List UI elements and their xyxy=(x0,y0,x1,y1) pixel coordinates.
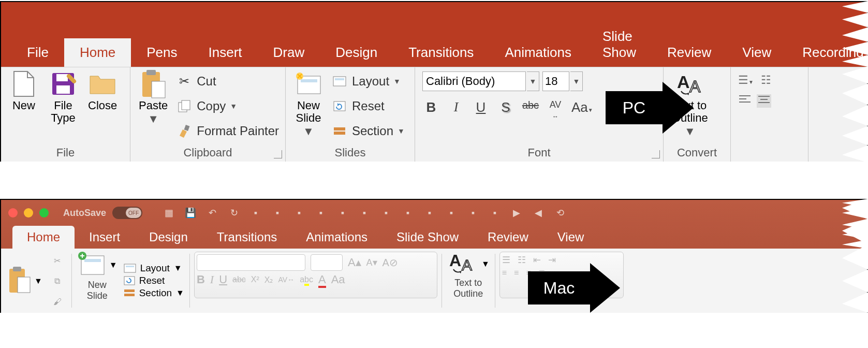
tab-transitions[interactable]: Transitions xyxy=(393,38,489,67)
tab-home[interactable]: Home xyxy=(64,38,131,67)
qat-icon[interactable]: ▪ xyxy=(313,205,329,221)
mac-paste-button[interactable] xyxy=(7,266,31,297)
tab-draw[interactable]: Draw xyxy=(258,38,320,67)
traffic-close[interactable] xyxy=(8,208,18,218)
mac-numbering[interactable]: ☷ xyxy=(518,254,526,266)
mac-tab-animations[interactable]: Animations xyxy=(291,226,382,249)
bullets-button[interactable]: ☰▼ xyxy=(738,74,754,87)
qat-icon[interactable]: ▪ xyxy=(487,205,503,221)
tab-design[interactable]: Design xyxy=(320,38,393,67)
shadow-button[interactable]: S xyxy=(497,99,514,117)
qat-icon[interactable]: ▪ xyxy=(291,205,307,221)
paste-button[interactable]: Paste ▼ xyxy=(134,69,173,125)
close-file-button[interactable]: Close xyxy=(83,69,122,112)
qat-icon[interactable]: ▶ xyxy=(509,205,524,221)
qat-icon[interactable]: ▪ xyxy=(335,205,350,221)
tab-review[interactable]: Review xyxy=(652,38,727,67)
tab-view[interactable]: View xyxy=(727,38,787,67)
qat-icon[interactable]: ◀ xyxy=(531,205,546,221)
mac-align-c[interactable]: ≡ xyxy=(514,268,519,278)
mac-tab-design[interactable]: Design xyxy=(135,226,202,249)
mac-clear-format-icon[interactable]: A⊘ xyxy=(382,256,398,269)
qat-home-icon[interactable]: ▦ xyxy=(161,205,176,221)
qat-icon[interactable]: ▪ xyxy=(248,205,263,221)
mac-layout-button[interactable]: Layout▼ xyxy=(124,263,182,274)
mac-tab-view[interactable]: View xyxy=(543,226,599,249)
align-center-button[interactable] xyxy=(757,94,771,108)
mac-subscript[interactable]: X₂ xyxy=(264,275,273,285)
mac-cut-icon[interactable]: ✂ xyxy=(49,252,66,269)
text-to-outline-button[interactable]: AA Text to Outline ▼ xyxy=(667,69,713,138)
mac-spacing[interactable]: AV↔ xyxy=(278,276,295,284)
qat-icon[interactable]: ▪ xyxy=(400,205,416,221)
mac-section-button[interactable]: Section▼ xyxy=(124,287,184,299)
mac-font-size[interactable] xyxy=(311,254,343,271)
dialog-launcher-clipboard[interactable] xyxy=(274,150,282,158)
qat-icon[interactable]: ▪ xyxy=(357,205,372,221)
mac-underline[interactable]: U xyxy=(219,273,227,286)
mac-indent-inc[interactable]: ⇥ xyxy=(548,254,556,266)
tab-file[interactable]: File xyxy=(11,38,64,67)
mac-tab-home[interactable]: Home xyxy=(12,226,75,249)
char-spacing-button[interactable]: AV↔ xyxy=(547,99,564,117)
qat-icon[interactable]: ▪ xyxy=(444,205,459,221)
chevron-down-icon[interactable]: ▼ xyxy=(34,277,42,286)
traffic-zoom[interactable] xyxy=(39,208,49,218)
chevron-down-icon[interactable]: ▼ xyxy=(109,260,117,270)
qat-save-icon[interactable]: 💾 xyxy=(183,205,198,221)
tab-slideshow[interactable]: Slide Show xyxy=(587,22,652,67)
tab-insert[interactable]: Insert xyxy=(193,38,258,67)
strikethrough-button[interactable]: abc xyxy=(522,99,539,117)
mac-superscript[interactable]: X² xyxy=(251,275,259,284)
mac-strike[interactable]: abc xyxy=(232,275,246,284)
mac-shrink-font-icon[interactable]: A▾ xyxy=(366,257,377,268)
mac-font-name[interactable] xyxy=(197,254,305,271)
mac-tab-transitions[interactable]: Transitions xyxy=(202,226,291,249)
mac-tab-review[interactable]: Review xyxy=(473,226,543,249)
mac-bold[interactable]: B xyxy=(197,273,205,286)
font-name-dropdown[interactable]: ▼ xyxy=(527,71,539,91)
mac-tab-slideshow[interactable]: Slide Show xyxy=(382,226,473,249)
numbering-button[interactable]: ☷ xyxy=(761,74,771,87)
mac-new-slide-button[interactable] xyxy=(77,252,106,279)
mac-italic[interactable]: I xyxy=(210,273,214,286)
mac-reset-button[interactable]: Reset xyxy=(124,275,165,286)
mac-align-j[interactable]: ≣ xyxy=(538,268,545,278)
font-name-input[interactable] xyxy=(422,71,526,91)
tab-pens[interactable]: Pens xyxy=(131,38,193,67)
copy-button[interactable]: Copy▼ xyxy=(176,95,279,117)
qat-icon[interactable]: ▪ xyxy=(378,205,394,221)
mac-tab-insert[interactable]: Insert xyxy=(75,226,135,249)
mac-bullets[interactable]: ☰ xyxy=(502,254,510,266)
qat-icon[interactable]: ▪ xyxy=(270,205,285,221)
mac-indent-dec[interactable]: ⇤ xyxy=(533,254,541,266)
mac-highlight[interactable]: abc xyxy=(300,275,313,284)
mac-text-to-outline-button[interactable]: AA xyxy=(447,252,478,277)
mac-copy-icon[interactable]: ⧉ xyxy=(49,272,66,290)
change-case-button[interactable]: Aa▼ xyxy=(571,99,589,117)
qat-icon[interactable]: ▪ xyxy=(422,205,437,221)
italic-button[interactable]: I xyxy=(447,99,465,117)
mac-font-color[interactable]: A xyxy=(318,273,326,286)
font-size-input[interactable] xyxy=(542,71,569,91)
mac-format-painter-icon[interactable]: 🖌 xyxy=(49,293,66,311)
qat-icon[interactable]: ⟲ xyxy=(552,205,568,221)
tab-animations[interactable]: Animations xyxy=(489,38,587,67)
font-size-dropdown[interactable]: ▼ xyxy=(570,71,583,91)
traffic-minimize[interactable] xyxy=(24,208,33,218)
format-painter-button[interactable]: Format Painter xyxy=(176,120,279,142)
new-slide-button[interactable]: New Slide ▼ xyxy=(289,69,328,138)
mac-case[interactable]: Aa xyxy=(331,273,345,286)
file-type-button[interactable]: File Type xyxy=(43,69,83,124)
layout-button[interactable]: Layout▼ xyxy=(331,70,405,92)
chevron-down-icon[interactable]: ▼ xyxy=(481,259,490,269)
mac-grow-font-icon[interactable]: A▴ xyxy=(348,256,361,269)
qat-undo-icon[interactable]: ↶ xyxy=(204,205,220,221)
bold-button[interactable]: B xyxy=(422,99,440,117)
section-button[interactable]: Section▼ xyxy=(331,120,405,142)
qat-redo-icon[interactable]: ↻ xyxy=(226,205,242,221)
mac-align-l[interactable]: ≡ xyxy=(502,268,507,278)
qat-icon[interactable]: ▪ xyxy=(465,205,481,221)
reset-button[interactable]: Reset xyxy=(331,95,405,117)
autosave-toggle[interactable]: OFF xyxy=(112,207,142,219)
